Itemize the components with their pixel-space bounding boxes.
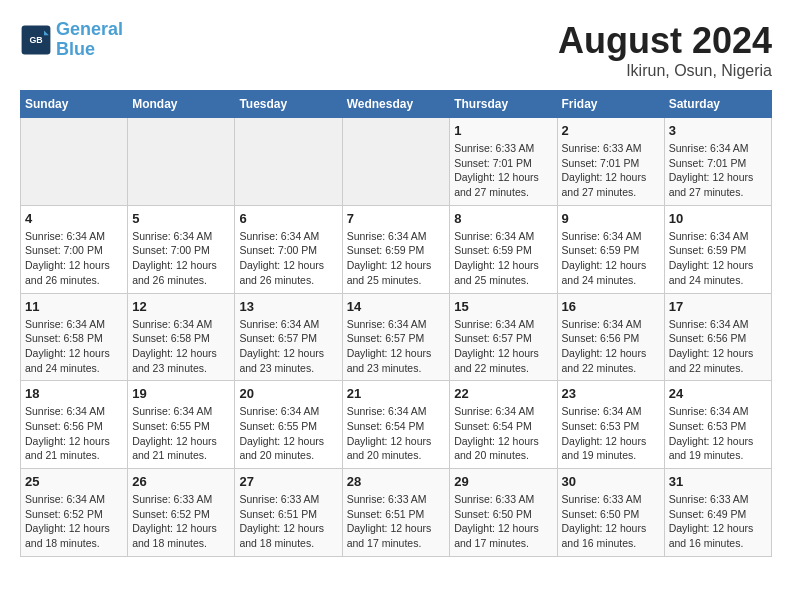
weekday-row: SundayMondayTuesdayWednesdayThursdayFrid… <box>21 91 772 118</box>
day-number: 5 <box>132 211 230 226</box>
calendar-cell: 18Sunrise: 6:34 AM Sunset: 6:56 PM Dayli… <box>21 381 128 469</box>
calendar-cell: 29Sunrise: 6:33 AM Sunset: 6:50 PM Dayli… <box>450 469 557 557</box>
day-info: Sunrise: 6:34 AM Sunset: 6:54 PM Dayligh… <box>454 404 552 463</box>
day-number: 22 <box>454 386 552 401</box>
calendar-cell: 28Sunrise: 6:33 AM Sunset: 6:51 PM Dayli… <box>342 469 450 557</box>
day-number: 27 <box>239 474 337 489</box>
day-info: Sunrise: 6:34 AM Sunset: 6:59 PM Dayligh… <box>454 229 552 288</box>
calendar-cell: 6Sunrise: 6:34 AM Sunset: 7:00 PM Daylig… <box>235 205 342 293</box>
calendar-cell: 30Sunrise: 6:33 AM Sunset: 6:50 PM Dayli… <box>557 469 664 557</box>
calendar-table: SundayMondayTuesdayWednesdayThursdayFrid… <box>20 90 772 557</box>
day-info: Sunrise: 6:34 AM Sunset: 6:57 PM Dayligh… <box>347 317 446 376</box>
day-info: Sunrise: 6:33 AM Sunset: 6:51 PM Dayligh… <box>347 492 446 551</box>
calendar-cell: 17Sunrise: 6:34 AM Sunset: 6:56 PM Dayli… <box>664 293 771 381</box>
day-info: Sunrise: 6:34 AM Sunset: 6:52 PM Dayligh… <box>25 492 123 551</box>
day-number: 31 <box>669 474 767 489</box>
calendar-week-1: 1Sunrise: 6:33 AM Sunset: 7:01 PM Daylig… <box>21 118 772 206</box>
calendar-cell: 24Sunrise: 6:34 AM Sunset: 6:53 PM Dayli… <box>664 381 771 469</box>
day-info: Sunrise: 6:34 AM Sunset: 6:57 PM Dayligh… <box>239 317 337 376</box>
day-number: 4 <box>25 211 123 226</box>
calendar-week-3: 11Sunrise: 6:34 AM Sunset: 6:58 PM Dayli… <box>21 293 772 381</box>
day-number: 17 <box>669 299 767 314</box>
calendar-cell: 15Sunrise: 6:34 AM Sunset: 6:57 PM Dayli… <box>450 293 557 381</box>
logo-general: General <box>56 19 123 39</box>
day-number: 15 <box>454 299 552 314</box>
calendar-cell: 4Sunrise: 6:34 AM Sunset: 7:00 PM Daylig… <box>21 205 128 293</box>
day-number: 11 <box>25 299 123 314</box>
calendar-cell: 20Sunrise: 6:34 AM Sunset: 6:55 PM Dayli… <box>235 381 342 469</box>
day-number: 30 <box>562 474 660 489</box>
day-number: 23 <box>562 386 660 401</box>
day-info: Sunrise: 6:34 AM Sunset: 6:56 PM Dayligh… <box>669 317 767 376</box>
svg-text:GB: GB <box>29 35 42 45</box>
day-info: Sunrise: 6:34 AM Sunset: 6:59 PM Dayligh… <box>669 229 767 288</box>
calendar-cell: 2Sunrise: 6:33 AM Sunset: 7:01 PM Daylig… <box>557 118 664 206</box>
day-info: Sunrise: 6:34 AM Sunset: 6:56 PM Dayligh… <box>25 404 123 463</box>
calendar-cell: 10Sunrise: 6:34 AM Sunset: 6:59 PM Dayli… <box>664 205 771 293</box>
calendar-cell: 31Sunrise: 6:33 AM Sunset: 6:49 PM Dayli… <box>664 469 771 557</box>
day-info: Sunrise: 6:34 AM Sunset: 6:54 PM Dayligh… <box>347 404 446 463</box>
calendar-cell: 13Sunrise: 6:34 AM Sunset: 6:57 PM Dayli… <box>235 293 342 381</box>
calendar-cell: 7Sunrise: 6:34 AM Sunset: 6:59 PM Daylig… <box>342 205 450 293</box>
day-info: Sunrise: 6:33 AM Sunset: 7:01 PM Dayligh… <box>562 141 660 200</box>
calendar-week-5: 25Sunrise: 6:34 AM Sunset: 6:52 PM Dayli… <box>21 469 772 557</box>
day-info: Sunrise: 6:33 AM Sunset: 6:52 PM Dayligh… <box>132 492 230 551</box>
day-info: Sunrise: 6:34 AM Sunset: 6:55 PM Dayligh… <box>239 404 337 463</box>
calendar-cell: 14Sunrise: 6:34 AM Sunset: 6:57 PM Dayli… <box>342 293 450 381</box>
calendar-cell: 16Sunrise: 6:34 AM Sunset: 6:56 PM Dayli… <box>557 293 664 381</box>
day-info: Sunrise: 6:33 AM Sunset: 6:50 PM Dayligh… <box>562 492 660 551</box>
day-number: 14 <box>347 299 446 314</box>
day-info: Sunrise: 6:33 AM Sunset: 7:01 PM Dayligh… <box>454 141 552 200</box>
calendar-cell: 25Sunrise: 6:34 AM Sunset: 6:52 PM Dayli… <box>21 469 128 557</box>
day-info: Sunrise: 6:34 AM Sunset: 6:53 PM Dayligh… <box>562 404 660 463</box>
day-number: 26 <box>132 474 230 489</box>
day-info: Sunrise: 6:33 AM Sunset: 6:51 PM Dayligh… <box>239 492 337 551</box>
day-info: Sunrise: 6:34 AM Sunset: 7:00 PM Dayligh… <box>132 229 230 288</box>
page-title: August 2024 <box>558 20 772 62</box>
day-info: Sunrise: 6:34 AM Sunset: 7:00 PM Dayligh… <box>25 229 123 288</box>
logo-icon: GB <box>20 24 52 56</box>
day-info: Sunrise: 6:33 AM Sunset: 6:50 PM Dayligh… <box>454 492 552 551</box>
logo-blue: Blue <box>56 39 95 59</box>
day-number: 29 <box>454 474 552 489</box>
calendar-cell <box>342 118 450 206</box>
day-number: 13 <box>239 299 337 314</box>
weekday-header-tuesday: Tuesday <box>235 91 342 118</box>
logo-text: General Blue <box>56 20 123 60</box>
weekday-header-sunday: Sunday <box>21 91 128 118</box>
day-number: 24 <box>669 386 767 401</box>
page-header: GB General Blue August 2024 Ikirun, Osun… <box>20 20 772 80</box>
day-info: Sunrise: 6:34 AM Sunset: 6:58 PM Dayligh… <box>25 317 123 376</box>
weekday-header-wednesday: Wednesday <box>342 91 450 118</box>
day-number: 21 <box>347 386 446 401</box>
day-info: Sunrise: 6:34 AM Sunset: 6:56 PM Dayligh… <box>562 317 660 376</box>
day-number: 25 <box>25 474 123 489</box>
logo: GB General Blue <box>20 20 123 60</box>
calendar-cell: 23Sunrise: 6:34 AM Sunset: 6:53 PM Dayli… <box>557 381 664 469</box>
day-number: 2 <box>562 123 660 138</box>
day-number: 20 <box>239 386 337 401</box>
day-number: 18 <box>25 386 123 401</box>
day-info: Sunrise: 6:34 AM Sunset: 6:58 PM Dayligh… <box>132 317 230 376</box>
day-number: 28 <box>347 474 446 489</box>
calendar-cell <box>235 118 342 206</box>
day-number: 6 <box>239 211 337 226</box>
day-info: Sunrise: 6:34 AM Sunset: 6:57 PM Dayligh… <box>454 317 552 376</box>
day-number: 8 <box>454 211 552 226</box>
day-info: Sunrise: 6:34 AM Sunset: 6:53 PM Dayligh… <box>669 404 767 463</box>
calendar-body: 1Sunrise: 6:33 AM Sunset: 7:01 PM Daylig… <box>21 118 772 557</box>
day-info: Sunrise: 6:34 AM Sunset: 7:00 PM Dayligh… <box>239 229 337 288</box>
calendar-cell: 3Sunrise: 6:34 AM Sunset: 7:01 PM Daylig… <box>664 118 771 206</box>
calendar-cell <box>21 118 128 206</box>
weekday-header-saturday: Saturday <box>664 91 771 118</box>
day-number: 3 <box>669 123 767 138</box>
day-info: Sunrise: 6:33 AM Sunset: 6:49 PM Dayligh… <box>669 492 767 551</box>
calendar-week-4: 18Sunrise: 6:34 AM Sunset: 6:56 PM Dayli… <box>21 381 772 469</box>
weekday-header-monday: Monday <box>128 91 235 118</box>
day-number: 1 <box>454 123 552 138</box>
day-number: 19 <box>132 386 230 401</box>
day-number: 10 <box>669 211 767 226</box>
day-info: Sunrise: 6:34 AM Sunset: 6:59 PM Dayligh… <box>347 229 446 288</box>
calendar-cell: 5Sunrise: 6:34 AM Sunset: 7:00 PM Daylig… <box>128 205 235 293</box>
day-info: Sunrise: 6:34 AM Sunset: 7:01 PM Dayligh… <box>669 141 767 200</box>
